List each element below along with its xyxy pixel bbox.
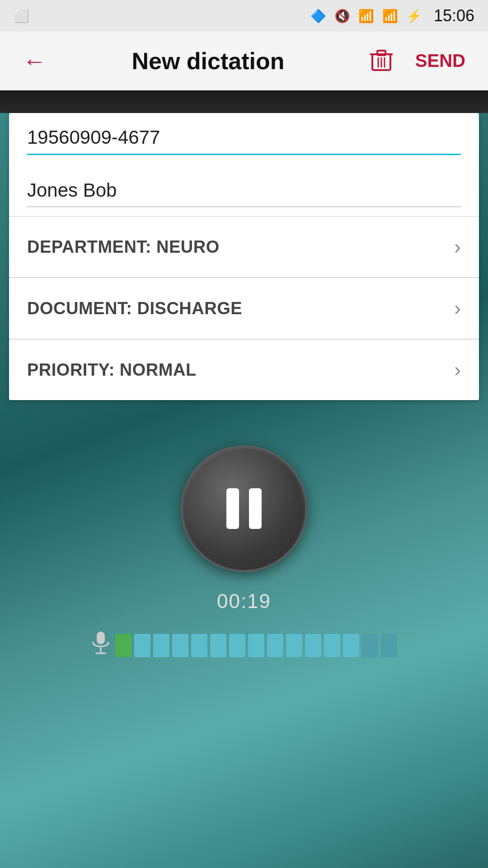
pause-bar-right: [249, 488, 262, 529]
patient-id-input[interactable]: [27, 127, 461, 152]
app-bar: ← New dictation SEND: [0, 32, 488, 90]
status-time: 15:06: [434, 6, 474, 25]
timer-display: 00:19: [217, 590, 271, 613]
patient-name-underline: [27, 207, 461, 207]
document-row[interactable]: DOCUMENT: DISCHARGE ›: [9, 278, 479, 339]
meter-bar-7: [229, 634, 245, 657]
meter-bar-15: [381, 634, 397, 657]
back-arrow-icon: ←: [23, 48, 46, 74]
meter-bar-1: [115, 634, 131, 657]
signal-icon: 📶: [382, 9, 398, 24]
patient-id-underline: [27, 154, 461, 155]
delete-button[interactable]: [366, 43, 397, 79]
back-button[interactable]: ←: [18, 45, 51, 77]
meter-bars: [115, 634, 397, 657]
pause-icon: [226, 488, 262, 529]
pause-button[interactable]: [181, 445, 307, 572]
patient-id-wrapper: [27, 113, 461, 160]
mute-icon: 🔇: [334, 9, 350, 24]
priority-chevron-icon: ›: [454, 359, 461, 381]
pause-bar-left: [226, 488, 239, 529]
meter-bar-12: [324, 634, 340, 657]
meter-bar-8: [248, 634, 264, 657]
form-card: DEPARTMENT: NEURO › DOCUMENT: DISCHARGE …: [9, 113, 479, 400]
department-chevron-icon: ›: [454, 236, 461, 258]
microphone-icon: [91, 631, 111, 660]
patient-name-input[interactable]: [27, 173, 461, 205]
priority-row[interactable]: PRIORITY: NORMAL ›: [9, 340, 479, 400]
priority-label: PRIORITY: NORMAL: [27, 360, 197, 380]
meter-bar-3: [153, 634, 169, 657]
meter-bar-4: [172, 634, 188, 657]
department-row[interactable]: DEPARTMENT: NEURO ›: [9, 217, 479, 278]
svg-rect-6: [97, 632, 105, 644]
background: DEPARTMENT: NEURO › DOCUMENT: DISCHARGE …: [0, 90, 488, 868]
department-label: DEPARTMENT: NEURO: [27, 237, 220, 257]
patient-name-wrapper: [27, 160, 461, 216]
recording-area: 00:19: [0, 400, 488, 660]
app-bar-actions: SEND: [366, 43, 470, 79]
inputs-section: [9, 113, 479, 216]
page-title: New dictation: [51, 47, 366, 75]
meter-bar-6: [210, 634, 226, 657]
dark-strip: [0, 90, 488, 113]
meter-bar-9: [267, 634, 283, 657]
document-label: DOCUMENT: DISCHARGE: [27, 299, 242, 318]
trash-icon: [370, 48, 393, 72]
wifi-icon: 📶: [358, 9, 374, 24]
meter-bar-13: [343, 634, 359, 657]
meter-bar-10: [286, 634, 302, 657]
camera-icon: ⬜: [14, 9, 29, 24]
meter-bar-5: [191, 634, 207, 657]
meter-bar-14: [362, 634, 378, 657]
bluetooth-icon: 🔷: [310, 9, 326, 24]
battery-icon: ⚡: [406, 9, 422, 24]
audio-meter: [91, 631, 397, 660]
meter-bar-2: [134, 634, 150, 657]
send-button[interactable]: SEND: [411, 46, 470, 75]
document-chevron-icon: ›: [454, 297, 461, 320]
meter-bar-11: [305, 634, 321, 657]
status-bar: ⬜ 🔷 🔇 📶 📶 ⚡ 15:06: [0, 0, 488, 32]
